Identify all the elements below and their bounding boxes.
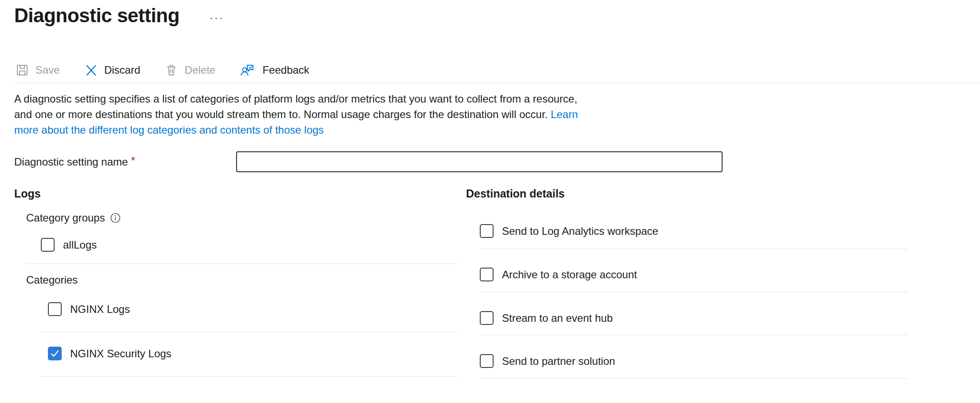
send-to-log-analytics-row[interactable]: Send to Log Analytics workspace	[480, 224, 658, 238]
discard-button[interactable]: Discard	[84, 63, 140, 77]
divider	[40, 376, 457, 377]
destination-details-heading: Destination details	[466, 187, 565, 200]
more-options-icon: ···	[209, 12, 224, 24]
required-asterisk: *	[131, 154, 135, 166]
diagnostic-setting-name-label: Diagnostic setting name*	[14, 156, 135, 168]
divider	[25, 264, 457, 264]
alllogs-label: allLogs	[63, 239, 97, 251]
nginx-logs-row[interactable]: NGINX Logs	[48, 302, 130, 316]
logs-heading: Logs	[14, 187, 41, 200]
archive-to-storage-row[interactable]: Archive to a storage account	[480, 268, 637, 281]
discard-button-label: Discard	[104, 64, 140, 76]
nginx-security-logs-row[interactable]: NGINX Security Logs	[48, 347, 171, 360]
category-groups-info-button[interactable]	[110, 213, 121, 223]
description-line-1: A diagnostic setting specifies a list of…	[14, 93, 577, 105]
divider	[480, 335, 908, 335]
send-to-partner-solution-row[interactable]: Send to partner solution	[480, 354, 615, 368]
send-to-log-analytics-label: Send to Log Analytics workspace	[502, 225, 658, 237]
trash-icon	[164, 63, 178, 77]
divider	[480, 292, 908, 292]
nginx-security-logs-checkbox[interactable]	[48, 347, 62, 360]
send-to-partner-solution-label: Send to partner solution	[502, 355, 615, 367]
description-line-2: and one or more destinations that you wo…	[14, 108, 548, 120]
discard-x-icon	[84, 63, 98, 77]
toolbar-divider	[14, 83, 980, 83]
nginx-logs-checkbox[interactable]	[48, 302, 62, 316]
stream-to-event-hub-checkbox[interactable]	[480, 311, 494, 325]
info-icon	[110, 218, 121, 225]
send-to-partner-solution-checkbox[interactable]	[480, 354, 494, 368]
command-bar: Save Discard Delete	[15, 59, 309, 81]
stream-to-event-hub-label: Stream to an event hub	[502, 312, 613, 324]
category-groups-label: Category groups	[26, 212, 121, 224]
feedback-person-icon	[239, 63, 256, 77]
check-icon	[49, 348, 61, 360]
stream-to-event-hub-row[interactable]: Stream to an event hub	[480, 311, 613, 325]
delete-button[interactable]: Delete	[164, 63, 215, 77]
feedback-button-label: Feedback	[262, 64, 309, 76]
save-icon	[15, 63, 29, 77]
send-to-log-analytics-checkbox[interactable]	[480, 224, 494, 238]
page-title: Diagnostic setting	[14, 4, 179, 27]
divider	[480, 249, 908, 249]
page-description: A diagnostic setting specifies a list of…	[14, 91, 578, 138]
nginx-security-logs-label: NGINX Security Logs	[70, 348, 171, 360]
delete-button-label: Delete	[185, 64, 215, 76]
divider	[480, 378, 908, 379]
divider	[40, 332, 457, 332]
save-button-label: Save	[36, 64, 60, 76]
alllogs-row[interactable]: allLogs	[41, 238, 97, 252]
save-button[interactable]: Save	[15, 63, 60, 77]
learn-more-link-continued[interactable]: more about the different log categories …	[14, 124, 324, 136]
archive-to-storage-checkbox[interactable]	[480, 268, 494, 281]
learn-more-link[interactable]: Learn	[551, 108, 578, 120]
feedback-button[interactable]: Feedback	[239, 63, 309, 77]
alllogs-checkbox[interactable]	[41, 238, 55, 252]
categories-label: Categories	[26, 274, 78, 286]
archive-to-storage-label: Archive to a storage account	[502, 269, 637, 281]
nginx-logs-label: NGINX Logs	[70, 303, 130, 316]
diagnostic-setting-page: Diagnostic setting ··· Save Discard	[0, 0, 980, 403]
more-options-button[interactable]: ···	[207, 12, 227, 24]
diagnostic-setting-name-input[interactable]	[236, 151, 723, 172]
